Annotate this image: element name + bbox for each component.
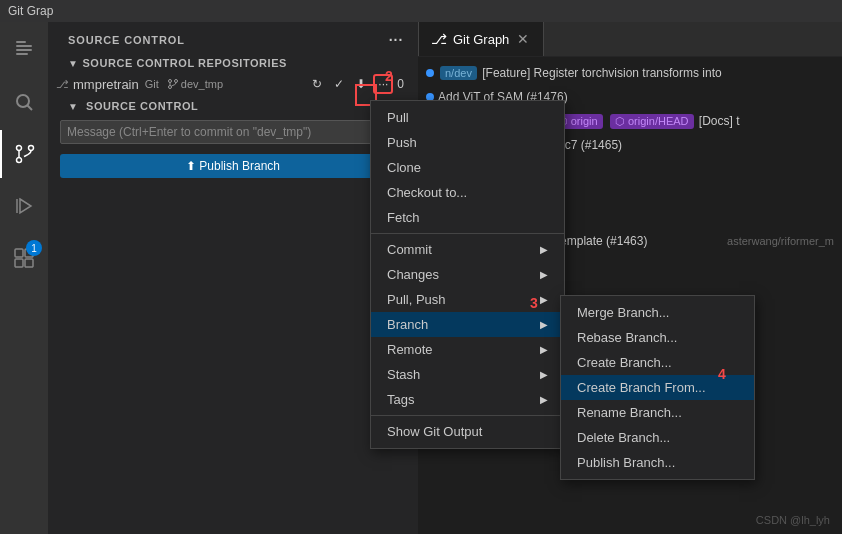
- repo-branch-name: dev_tmp: [181, 78, 223, 90]
- menu-item-branch[interactable]: Branch ▶: [371, 312, 564, 337]
- submenu-merge-branch-label: Merge Branch...: [577, 305, 670, 320]
- tab-git-graph[interactable]: ⎇ Git Graph ✕: [418, 22, 544, 56]
- branch-arrow: ▶: [540, 319, 548, 330]
- changes-arrow: ▶: [540, 269, 548, 280]
- sc-label: SOURCE CONTROL: [86, 100, 198, 112]
- svg-rect-2: [16, 49, 32, 51]
- submenu-publish-branch[interactable]: Publish Branch...: [561, 450, 754, 475]
- menu-item-commit[interactable]: Commit ▶: [371, 237, 564, 262]
- repo-row: ⎇ mmpretrain Git dev_tmp ↻ ✓ ⬇ ··· 0: [48, 72, 418, 96]
- title-bar: Git Grap: [0, 0, 842, 22]
- git-graph-tab-icon: ⎇: [431, 31, 447, 47]
- check-icon[interactable]: ✓: [329, 74, 349, 94]
- repo-git-icon: ⎇: [56, 78, 69, 91]
- svg-rect-11: [15, 249, 23, 257]
- svg-marker-9: [20, 199, 31, 213]
- tab-close-btn[interactable]: ✕: [515, 31, 531, 47]
- publish-branch-button[interactable]: ⬆ Publish Branch: [60, 154, 406, 178]
- remote-arrow: ▶: [540, 344, 548, 355]
- sc-chevron: ▼: [68, 101, 78, 112]
- svg-point-6: [17, 158, 22, 163]
- menu-item-clone[interactable]: Clone: [371, 155, 564, 180]
- svg-point-16: [168, 80, 171, 83]
- sidebar-header-actions: ···: [386, 30, 406, 50]
- sidebar-title: SOURCE CONTROL: [68, 34, 185, 46]
- branch-tag-ndev: n/dev: [440, 66, 477, 80]
- commit-row: n/dev [Feature] Register torchvision tra…: [418, 61, 842, 85]
- svg-rect-14: [25, 259, 33, 267]
- svg-rect-3: [16, 53, 28, 55]
- menu-item-tags-label: Tags: [387, 392, 414, 407]
- menu-item-stash-label: Stash: [387, 367, 420, 382]
- svg-line-5: [28, 106, 33, 111]
- submenu-merge-branch[interactable]: Merge Branch...: [561, 300, 754, 325]
- sidebar-header: SOURCE CONTROL ···: [48, 22, 418, 54]
- svg-point-17: [174, 80, 177, 83]
- changes-count: 0: [395, 77, 406, 91]
- svg-rect-0: [16, 41, 26, 43]
- commit-arrow: ▶: [540, 244, 548, 255]
- repos-header-label: SOURCE CONTROL REPOSITORIES: [82, 57, 287, 69]
- git-graph-tab-label: Git Graph: [453, 32, 509, 47]
- menu-item-commit-label: Commit: [387, 242, 432, 257]
- stash-arrow: ▶: [540, 369, 548, 380]
- sc-section-header: ▼ SOURCE CONTROL: [48, 96, 418, 116]
- submenu-create-branch-label: Create Branch...: [577, 355, 672, 370]
- sidebar: SOURCE CONTROL ··· ▼ SOURCE CONTROL REPO…: [48, 22, 418, 534]
- repo-branch: dev_tmp: [167, 78, 223, 90]
- menu-item-pull[interactable]: Pull: [371, 105, 564, 130]
- menu-divider-1: [371, 233, 564, 234]
- branch-submenu: Merge Branch... Rebase Branch... Create …: [560, 295, 755, 480]
- menu-item-tags[interactable]: Tags ▶: [371, 387, 564, 412]
- extensions-badge: 1: [26, 240, 42, 256]
- step-3: 3: [530, 295, 538, 311]
- step-2: 2: [385, 68, 393, 84]
- menu-divider-2: [371, 415, 564, 416]
- repos-chevron: ▼: [68, 58, 78, 69]
- menu-item-show-git-output-label: Show Git Output: [387, 424, 482, 439]
- submenu-create-branch-from-label: Create Branch From...: [577, 380, 706, 395]
- tab-bar: ⎇ Git Graph ✕: [418, 22, 842, 57]
- submenu-rename-branch-label: Rename Branch...: [577, 405, 682, 420]
- commit-dot: [426, 69, 434, 77]
- commit-message-input[interactable]: Message (Ctrl+Enter to commit on "dev_tm…: [60, 120, 406, 144]
- activity-extensions[interactable]: 1: [0, 234, 48, 282]
- sidebar-more-btn[interactable]: ···: [386, 30, 406, 50]
- activity-bar: 1: [0, 22, 48, 534]
- svg-point-4: [17, 95, 29, 107]
- menu-item-pull-label: Pull: [387, 110, 409, 125]
- menu-item-remote-label: Remote: [387, 342, 433, 357]
- context-menu: Pull Push Clone Checkout to... Fetch Com…: [370, 100, 565, 449]
- submenu-delete-branch[interactable]: Delete Branch...: [561, 425, 754, 450]
- branch-icon: [167, 78, 179, 90]
- tags-arrow: ▶: [540, 394, 548, 405]
- svg-rect-1: [16, 45, 32, 47]
- activity-source-control[interactable]: [0, 130, 48, 178]
- sync-icon[interactable]: ↻: [307, 74, 327, 94]
- repos-header: ▼ SOURCE CONTROL REPOSITORIES: [48, 54, 418, 72]
- menu-item-fetch[interactable]: Fetch: [371, 205, 564, 230]
- svg-point-15: [168, 86, 171, 89]
- menu-item-push-label: Push: [387, 135, 417, 150]
- menu-item-checkout[interactable]: Checkout to...: [371, 180, 564, 205]
- activity-search[interactable]: [0, 78, 48, 126]
- menu-item-stash[interactable]: Stash ▶: [371, 362, 564, 387]
- submenu-rebase-branch[interactable]: Rebase Branch...: [561, 325, 754, 350]
- activity-explorer[interactable]: [0, 26, 48, 74]
- activity-run[interactable]: [0, 182, 48, 230]
- submenu-rebase-branch-label: Rebase Branch...: [577, 330, 677, 345]
- menu-item-changes[interactable]: Changes ▶: [371, 262, 564, 287]
- menu-item-fetch-label: Fetch: [387, 210, 420, 225]
- commit-placeholder: Message (Ctrl+Enter to commit on "dev_tm…: [67, 125, 311, 139]
- menu-item-push[interactable]: Push: [371, 130, 564, 155]
- commit-author: asterwang/riformer_m: [727, 235, 834, 247]
- menu-item-show-git-output[interactable]: Show Git Output: [371, 419, 564, 444]
- submenu-rename-branch[interactable]: Rename Branch...: [561, 400, 754, 425]
- menu-item-pull-push-label: Pull, Push: [387, 292, 446, 307]
- menu-item-branch-label: Branch: [387, 317, 428, 332]
- svg-rect-13: [15, 259, 23, 267]
- submenu-delete-branch-label: Delete Branch...: [577, 430, 670, 445]
- menu-item-remote[interactable]: Remote ▶: [371, 337, 564, 362]
- fetch-icon[interactable]: ⬇: [351, 74, 371, 94]
- step-4: 4: [718, 366, 726, 382]
